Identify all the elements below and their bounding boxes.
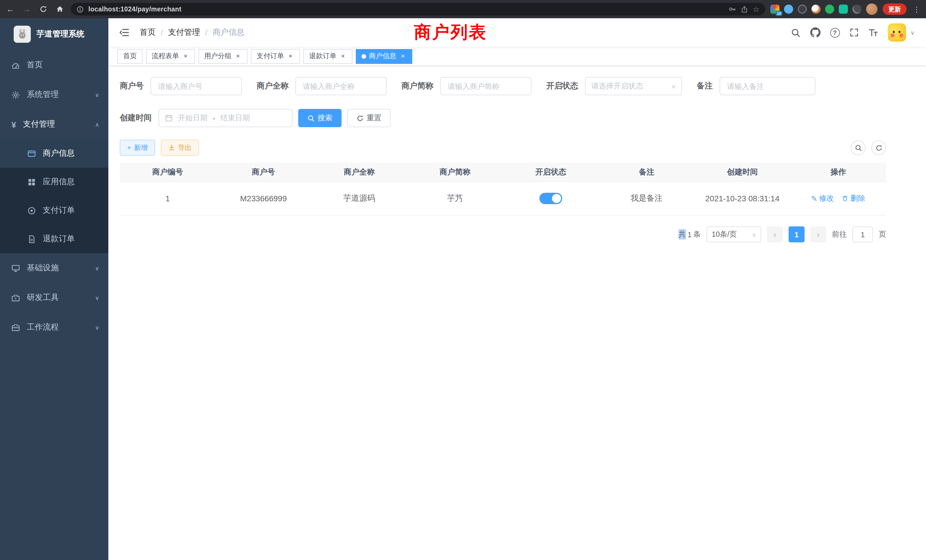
password-key-icon[interactable]: [728, 5, 737, 13]
user-avatar[interactable]: [888, 23, 906, 42]
cell-merchant-id: 1: [120, 194, 216, 203]
tab-label: 退款订单: [309, 51, 336, 61]
extension-icon[interactable]: [839, 5, 848, 14]
sidebar-item-label: 首页: [27, 60, 43, 70]
bookmark-star-icon[interactable]: ☆: [753, 5, 760, 14]
merchant-short-input[interactable]: [440, 77, 531, 95]
extension-icon[interactable]: [811, 5, 820, 14]
extension-icon[interactable]: [784, 5, 793, 14]
search-button[interactable]: 搜索: [298, 109, 342, 127]
goto-page-input[interactable]: [852, 226, 873, 242]
sidebar-item-devtools[interactable]: 研发工具 ∨: [0, 283, 108, 312]
tab-refund-order[interactable]: 退款订单 ×: [303, 49, 353, 64]
column-header: 商户全称: [311, 167, 407, 177]
filter-remark: 备注: [697, 77, 816, 95]
sidebar-item-infra[interactable]: 基础设施 ∨: [0, 253, 108, 283]
button-label: 新增: [134, 143, 148, 153]
browser-menu-icon[interactable]: ⋮: [912, 5, 921, 14]
sidebar-item-merchant-info[interactable]: 商户信息: [0, 139, 108, 168]
main-area: 首页 / 支付管理 / 商户信息 商户列表 ?: [108, 18, 926, 560]
tab-process-form[interactable]: 流程表单 ×: [146, 49, 195, 64]
reset-button[interactable]: 重置: [347, 109, 390, 127]
monitor-icon: [11, 264, 20, 272]
status-select[interactable]: 请选择开启状态 ∨: [585, 77, 682, 95]
merchant-no-input[interactable]: [151, 77, 242, 95]
create-time-range-picker[interactable]: 开始日期 - 结束日期: [159, 109, 292, 127]
extension-icon[interactable]: [825, 5, 834, 14]
help-icon[interactable]: ?: [830, 28, 840, 37]
close-icon[interactable]: ×: [287, 53, 294, 60]
tab-merchant-info[interactable]: 商户信息 ×: [356, 49, 412, 64]
prev-page-button[interactable]: ‹: [767, 226, 783, 242]
app-logo[interactable]: 芋道管理系统: [0, 18, 108, 50]
remark-input[interactable]: [720, 77, 816, 95]
sidebar-item-workflow[interactable]: 工作流程 ∨: [0, 312, 108, 342]
edit-link[interactable]: ✎ 修改: [811, 193, 834, 204]
tab-label: 商户信息: [369, 51, 396, 61]
github-icon[interactable]: [810, 27, 820, 38]
next-page-button[interactable]: ›: [810, 226, 826, 242]
close-icon[interactable]: ×: [339, 53, 346, 60]
sidebar-item-app-info[interactable]: 应用信息: [0, 168, 108, 196]
status-toggle[interactable]: [539, 193, 562, 204]
sidebar-item-pay-order[interactable]: 支付订单: [0, 196, 108, 225]
cell-remark: 我是备注: [599, 193, 694, 204]
dashboard-icon: [11, 61, 20, 69]
merchant-card-icon: [27, 149, 36, 158]
column-header: 商户编号: [120, 167, 216, 177]
sidebar-item-pay[interactable]: ¥ 支付管理 ∧: [0, 109, 108, 139]
extension-icon[interactable]: 10: [770, 5, 779, 14]
refresh-icon: [875, 144, 882, 151]
filter-merchant-no: 商户号: [120, 77, 242, 95]
button-label: 搜索: [318, 113, 333, 123]
top-navbar: 首页 / 支付管理 / 商户信息 商户列表 ?: [108, 18, 926, 47]
close-icon[interactable]: ×: [235, 53, 242, 60]
close-icon[interactable]: ×: [399, 53, 407, 60]
browser-profile-avatar[interactable]: [866, 3, 878, 15]
sidebar-item-label: 系统管理: [27, 89, 59, 100]
browser-back-button[interactable]: ←: [5, 3, 16, 15]
browser-update-button[interactable]: 更新: [883, 3, 906, 15]
hide-search-button[interactable]: [851, 140, 865, 155]
chevron-down-icon: ∨: [95, 295, 99, 301]
extension-icon[interactable]: [798, 5, 807, 14]
extension-icon[interactable]: [852, 5, 862, 14]
delete-link[interactable]: 删除: [842, 193, 865, 204]
search-icon[interactable]: [791, 28, 800, 37]
range-separator: -: [213, 114, 215, 122]
field-label: 商户简称: [401, 81, 440, 91]
breadcrumb-item-home[interactable]: 首页: [140, 27, 156, 38]
export-button[interactable]: 导出: [161, 140, 199, 156]
page-number-1[interactable]: 1: [788, 226, 805, 242]
refund-doc-icon: [27, 235, 36, 243]
tab-user-group[interactable]: 用户分组 ×: [198, 49, 247, 64]
field-label: 商户号: [120, 81, 151, 91]
page-info-icon[interactable]: [76, 5, 84, 13]
cell-merchant-no: M233666999: [216, 194, 311, 203]
sidebar-collapse-button[interactable]: [117, 25, 132, 40]
breadcrumb-item-pay[interactable]: 支付管理: [168, 27, 200, 38]
page-size-select[interactable]: 10条/页 ∨: [707, 226, 761, 242]
field-label: 创建时间: [120, 113, 159, 123]
browser-home-button[interactable]: [54, 3, 65, 15]
browser-reload-button[interactable]: [38, 3, 49, 15]
close-icon[interactable]: ×: [182, 53, 189, 60]
add-button[interactable]: + 新增: [120, 140, 155, 156]
fullscreen-icon[interactable]: [849, 28, 858, 37]
sidebar-item-home[interactable]: 首页: [0, 50, 108, 80]
breadcrumb-separator: /: [205, 28, 207, 37]
tab-home[interactable]: 首页: [118, 49, 142, 64]
tab-pay-order[interactable]: 支付订单 ×: [251, 49, 300, 64]
filter-merchant-name: 商户全称: [257, 77, 387, 95]
refresh-table-button[interactable]: [871, 140, 886, 155]
sidebar-item-system[interactable]: 系统管理 ∨: [0, 80, 108, 109]
merchant-name-input[interactable]: [295, 77, 387, 95]
font-size-icon[interactable]: [868, 28, 878, 37]
share-icon[interactable]: [741, 5, 748, 13]
browser-forward-button[interactable]: →: [21, 3, 32, 15]
sidebar-item-refund-order[interactable]: 退款订单: [0, 225, 108, 253]
start-date-placeholder: 开始日期: [178, 113, 207, 123]
reload-icon: [39, 5, 47, 13]
pagination-total: 共 1 条: [679, 229, 701, 239]
address-bar[interactable]: localhost:1024/pay/merchant ☆: [71, 3, 765, 15]
